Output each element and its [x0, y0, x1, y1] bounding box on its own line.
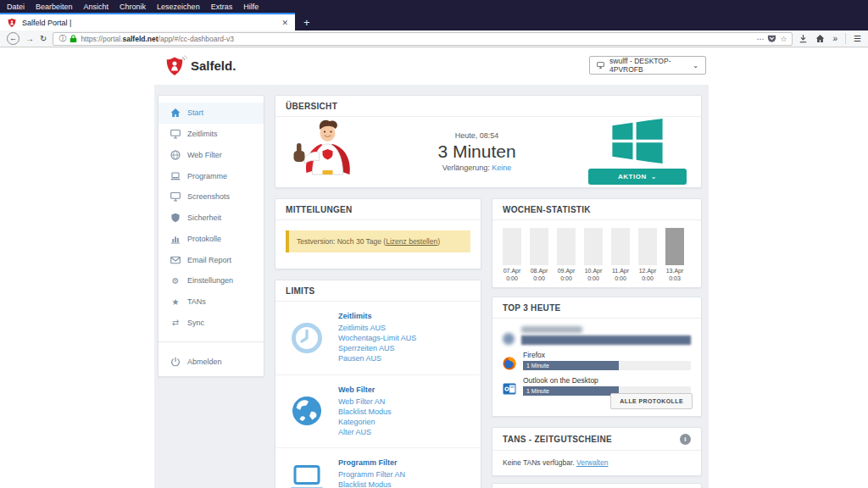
shield-icon [170, 213, 181, 223]
info-icon[interactable]: i [680, 434, 691, 445]
week-bar: 08.Apr0:00 [529, 228, 549, 283]
tans-title: TANS - ZEITGUTSCHEINE [503, 435, 612, 444]
extension-label: Verlängerung: [442, 164, 490, 172]
device-name: swulff - DESKTOP-4PVROFB [609, 57, 687, 74]
salfeld-shield-icon [165, 54, 188, 77]
windows-logo-icon [611, 119, 664, 164]
monitor-icon [170, 129, 181, 139]
firefox-icon [503, 357, 516, 370]
limit-link[interactable]: Web Filter AN [338, 396, 392, 407]
sidebar-label: Einstellungen [187, 276, 233, 285]
reload-button[interactable]: ↻ [40, 35, 47, 43]
manage-tans-link[interactable]: Verwalten [576, 458, 608, 467]
today-label: Heute, 08:54 [368, 131, 586, 140]
sidebar-item-screenshots[interactable]: Screenshots [159, 186, 264, 208]
limit-link[interactable]: Programm Filter AN [338, 469, 405, 480]
sidebar-item-programme[interactable]: Programme [159, 165, 264, 186]
page-info-icon[interactable]: ⓘ [58, 33, 66, 44]
week-bar: 10.Apr0:00 [583, 228, 604, 283]
limit-link[interactable]: Blacklist Modus [338, 480, 405, 488]
back-button[interactable]: ← [7, 32, 19, 45]
week-bar: 09.Apr0:00 [556, 228, 576, 283]
salfeld-logo[interactable]: Salfeld. [165, 54, 236, 77]
browser-tab-active[interactable]: Salfeld Portal | ✕ [0, 13, 295, 30]
sidebar-item-abmelden[interactable]: Abmelden [159, 351, 264, 372]
url-bar[interactable]: ⓘ https://portal.salfeld.net/app/#/cc-da… [53, 32, 793, 46]
limit-link[interactable]: Alter AUS [338, 427, 392, 437]
globe-icon [170, 150, 181, 160]
limits-section-webfilter: Web Filter Web Filter AN Blacklist Modus… [275, 374, 481, 448]
forward-button[interactable]: → [25, 35, 34, 43]
sidebar-item-protokolle[interactable]: Protokolle [159, 229, 264, 250]
limit-link[interactable]: Sperrzeiten AUS [338, 343, 416, 353]
sidebar-label: TANs [187, 297, 206, 306]
home-icon [170, 108, 181, 118]
app-icon-blurred [503, 333, 515, 345]
sidebar-label: Abmelden [187, 358, 222, 366]
menu-hilfe[interactable]: Hilfe [243, 3, 259, 11]
limit-link[interactable]: Pausen AUS [338, 353, 416, 363]
week-stats-title: WOCHEN-STATISTIK [492, 199, 701, 220]
sidebar-item-sync[interactable]: ⇄ Sync [159, 313, 264, 334]
https-lock-icon[interactable] [70, 34, 77, 43]
sidebar-item-sicherheit[interactable]: Sicherheit [159, 208, 264, 229]
sidebar-label: Zeitlimits [187, 130, 218, 138]
clock-icon [287, 321, 326, 355]
sidebar-item-einstellungen[interactable]: ⚙ Einstellungen [159, 270, 264, 291]
limit-link[interactable]: Kategorien [338, 417, 392, 427]
sidebar-divider [159, 341, 264, 342]
menu-chronik[interactable]: Chronik [120, 3, 146, 11]
week-bar-chart: 07.Apr0:00 08.Apr0:00 09.Apr0:00 10.Apr0… [492, 220, 701, 288]
home-icon[interactable] [815, 34, 825, 43]
app-name: Firefox [523, 351, 691, 359]
week-bar: 11.Apr0:00 [610, 228, 631, 283]
top3-row-blurred [503, 326, 691, 345]
toolbar-overflow-icon[interactable]: » [832, 35, 837, 43]
new-tab-button[interactable]: + [295, 14, 319, 30]
toolbar-separator [845, 33, 846, 44]
sidebar-item-webfilter[interactable]: Web Filter [159, 145, 264, 166]
limits-section-programmfilter: Programm Filter Programm Filter AN Black… [275, 447, 481, 488]
messages-panel: MITTEILUNGEN Testversion: Noch 30 Tage (… [275, 198, 481, 269]
overview-panel: ÜBERSICHT Heute, 08:54 [275, 95, 702, 188]
limits-panel: LIMITS Zeitlimits Zeitlimits AUS Wochent… [275, 280, 481, 488]
limit-link[interactable]: Zeitlimits AUS [338, 323, 416, 333]
usage-bar: 1 Minute [523, 361, 619, 370]
device-selector[interactable]: swulff - DESKTOP-4PVROFB ⌄ [589, 56, 706, 75]
chevron-down-icon: ⌄ [651, 173, 657, 180]
limit-link[interactable]: Blacklist Modus [338, 407, 392, 417]
sidebar-item-emailreport[interactable]: Email Report [159, 249, 264, 270]
limit-link[interactable]: Wochentags-Limit AUS [338, 333, 416, 343]
pocket-icon[interactable] [767, 34, 776, 43]
week-bar-current: 13.Apr0:03 [665, 228, 685, 283]
extension-value-link[interactable]: Keine [492, 164, 511, 172]
app-name-blurred [521, 326, 582, 333]
menu-bearbeiten[interactable]: Bearbeiten [36, 3, 73, 11]
week-bar: 07.Apr0:00 [502, 228, 522, 283]
tans-text: Keine TANs verfügbar. [503, 458, 575, 467]
menu-ansicht[interactable]: Ansicht [84, 3, 109, 11]
all-protocols-button[interactable]: ALLE PROTOKOLLE [610, 393, 693, 409]
sidebar-label: Screenshots [187, 192, 230, 201]
week-bar: 12.Apr0:00 [637, 228, 658, 283]
menu-lesezeichen[interactable]: Lesezeichen [157, 3, 200, 11]
top3-panel: TOP 3 HEUTE Firefox 1 Minute [492, 297, 702, 417]
download-icon[interactable] [798, 34, 808, 43]
envelope-icon [170, 255, 181, 265]
hamburger-menu-icon[interactable]: ☰ [854, 35, 861, 43]
top3-title: TOP 3 HEUTE [492, 297, 701, 319]
order-license-link[interactable]: Lizenz bestellen [386, 237, 437, 246]
sidebar-item-zeitlimits[interactable]: Zeitlimits [159, 124, 264, 145]
sidebar-nav: Start Zeitlimits Web Filter Programme Sc… [158, 95, 264, 377]
page-actions-icon[interactable]: ⋯ [756, 35, 764, 43]
power-icon [170, 357, 181, 367]
tab-close-icon[interactable]: ✕ [281, 19, 288, 27]
menu-extras[interactable]: Extras [211, 3, 233, 11]
sidebar-item-start[interactable]: Start [159, 103, 264, 124]
sidebar-item-tans[interactable]: ★ TANs [159, 291, 264, 313]
limits-title: LIMITS [275, 280, 481, 302]
menu-datei[interactable]: Datei [7, 3, 25, 11]
bookmark-star-icon[interactable]: ☆ [780, 35, 787, 43]
aktion-button[interactable]: AKTION⌄ [588, 169, 687, 185]
sidebar-label: Programme [187, 172, 227, 180]
